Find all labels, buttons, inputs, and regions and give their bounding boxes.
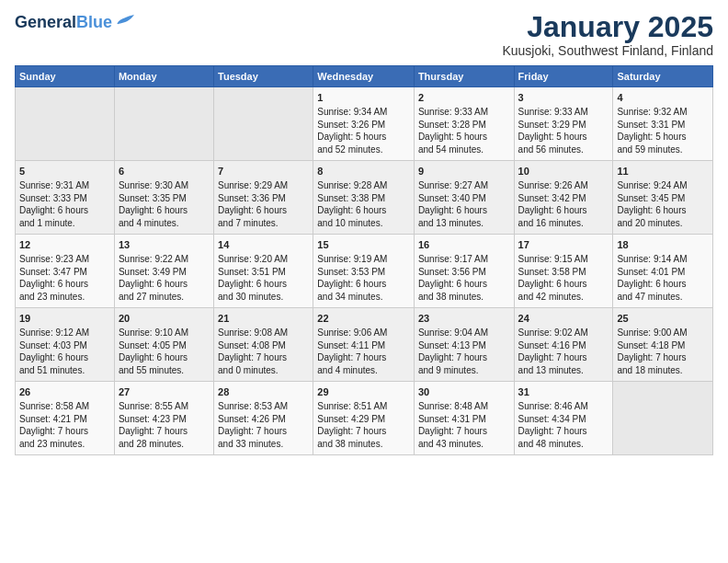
day-info: Sunset: 4:13 PM (418, 339, 510, 352)
calendar-cell: 28Sunrise: 8:53 AMSunset: 4:26 PMDayligh… (214, 382, 313, 455)
day-info: and 4 minutes. (317, 364, 410, 377)
day-info: Sunset: 3:51 PM (218, 266, 309, 279)
weekday-header-wednesday: Wednesday (313, 66, 415, 87)
day-number: 8 (317, 165, 410, 178)
day-info: Sunrise: 9:17 AM (418, 253, 510, 266)
header: GeneralBlue January 2025 Kuusjoki, South… (15, 11, 713, 58)
calendar-week-row: 19Sunrise: 9:12 AMSunset: 4:03 PMDayligh… (16, 308, 713, 382)
day-number: 20 (119, 312, 210, 326)
calendar-cell: 16Sunrise: 9:17 AMSunset: 3:56 PMDayligh… (414, 235, 514, 308)
day-number: 29 (317, 385, 410, 399)
day-number: 17 (518, 238, 609, 252)
calendar-cell: 7Sunrise: 9:29 AMSunset: 3:36 PMDaylight… (214, 161, 313, 235)
day-info: Daylight: 6 hours (218, 278, 309, 291)
day-info: Sunrise: 9:28 AM (317, 179, 410, 192)
day-number: 30 (418, 385, 510, 399)
day-info: and 13 minutes. (418, 217, 510, 230)
day-number: 6 (119, 165, 210, 178)
day-info: and 7 minutes. (218, 217, 309, 230)
calendar-cell: 10Sunrise: 9:26 AMSunset: 3:42 PMDayligh… (514, 161, 613, 235)
day-info: and 10 minutes. (317, 217, 410, 230)
day-info: Daylight: 6 hours (617, 204, 709, 217)
day-info: Daylight: 5 hours (418, 131, 510, 144)
day-number: 23 (418, 312, 510, 326)
calendar-cell: 1Sunrise: 9:34 AMSunset: 3:26 PMDaylight… (313, 87, 415, 161)
day-info: Sunset: 3:42 PM (518, 192, 609, 205)
day-info: Sunrise: 9:32 AM (617, 106, 709, 119)
day-info: Sunset: 3:38 PM (317, 192, 410, 205)
day-info: Daylight: 6 hours (317, 204, 410, 217)
day-info: and 28 minutes. (119, 438, 210, 451)
day-info: Daylight: 6 hours (19, 351, 110, 364)
day-info: and 43 minutes. (418, 438, 510, 451)
day-info: Sunrise: 9:31 AM (19, 179, 110, 192)
day-info: Sunset: 4:05 PM (119, 339, 210, 352)
day-info: Sunrise: 8:51 AM (317, 400, 410, 413)
calendar-cell: 23Sunrise: 9:04 AMSunset: 4:13 PMDayligh… (414, 308, 514, 382)
day-info: Sunrise: 9:10 AM (119, 327, 210, 339)
day-info: Daylight: 6 hours (418, 204, 510, 217)
logo-bird-icon (116, 11, 136, 32)
day-info: Sunrise: 9:19 AM (317, 253, 410, 266)
day-info: Sunrise: 9:33 AM (518, 106, 609, 119)
day-info: and 48 minutes. (518, 438, 609, 451)
day-info: Sunrise: 9:12 AM (19, 327, 110, 339)
day-info: Sunset: 4:01 PM (617, 266, 709, 279)
day-info: Sunset: 4:23 PM (119, 413, 210, 426)
calendar-cell: 24Sunrise: 9:02 AMSunset: 4:16 PMDayligh… (514, 308, 613, 382)
calendar-cell: 19Sunrise: 9:12 AMSunset: 4:03 PMDayligh… (16, 308, 115, 382)
day-number: 14 (218, 238, 309, 252)
calendar-cell: 29Sunrise: 8:51 AMSunset: 4:29 PMDayligh… (313, 382, 415, 455)
calendar-cell (214, 87, 313, 161)
day-info: and 20 minutes. (617, 217, 709, 230)
day-info: Sunset: 3:31 PM (617, 119, 709, 132)
day-number: 11 (617, 165, 709, 178)
day-info: Daylight: 5 hours (518, 131, 609, 144)
page-container: GeneralBlue January 2025 Kuusjoki, South… (0, 0, 728, 463)
calendar-cell: 22Sunrise: 9:06 AMSunset: 4:11 PMDayligh… (313, 308, 415, 382)
day-info: Daylight: 6 hours (418, 278, 510, 291)
day-info: Daylight: 6 hours (218, 204, 309, 217)
day-info: Daylight: 5 hours (317, 131, 410, 144)
day-info: Sunset: 3:28 PM (418, 119, 510, 132)
day-info: Sunset: 4:08 PM (218, 339, 309, 352)
day-info: Sunset: 4:31 PM (418, 413, 510, 426)
day-number: 2 (418, 91, 510, 105)
day-info: Sunset: 4:21 PM (19, 413, 110, 426)
weekday-header-sunday: Sunday (16, 66, 115, 87)
day-info: Sunrise: 8:46 AM (518, 400, 609, 413)
weekday-header-tuesday: Tuesday (214, 66, 313, 87)
day-info: Sunset: 3:35 PM (119, 192, 210, 205)
day-info: Daylight: 6 hours (518, 278, 609, 291)
day-info: Daylight: 6 hours (19, 278, 110, 291)
day-info: and 34 minutes. (317, 291, 410, 304)
calendar-cell (16, 87, 115, 161)
day-info: Sunrise: 8:53 AM (218, 400, 309, 413)
day-info: and 56 minutes. (518, 144, 609, 156)
calendar-cell: 27Sunrise: 8:55 AMSunset: 4:23 PMDayligh… (114, 382, 213, 455)
weekday-header-saturday: Saturday (613, 66, 713, 87)
day-info: Daylight: 6 hours (119, 351, 210, 364)
day-number: 16 (418, 238, 510, 252)
month-title: January 2025 (502, 11, 713, 43)
day-info: Sunrise: 8:58 AM (19, 400, 110, 413)
day-number: 7 (218, 165, 309, 178)
day-info: and 0 minutes. (218, 364, 309, 377)
day-info: and 54 minutes. (418, 144, 510, 156)
day-info: and 9 minutes. (418, 364, 510, 377)
day-number: 1 (317, 91, 410, 105)
calendar-week-row: 12Sunrise: 9:23 AMSunset: 3:47 PMDayligh… (16, 235, 713, 308)
day-info: Sunrise: 8:48 AM (418, 400, 510, 413)
calendar-cell (114, 87, 213, 161)
day-info: Sunrise: 9:34 AM (317, 106, 410, 119)
day-info: Sunrise: 8:55 AM (119, 400, 210, 413)
day-info: Sunset: 3:40 PM (418, 192, 510, 205)
calendar-cell: 9Sunrise: 9:27 AMSunset: 3:40 PMDaylight… (414, 161, 514, 235)
logo-general: General (15, 13, 76, 31)
calendar-cell: 21Sunrise: 9:08 AMSunset: 4:08 PMDayligh… (214, 308, 313, 382)
day-info: and 51 minutes. (19, 364, 110, 377)
calendar-cell: 6Sunrise: 9:30 AMSunset: 3:35 PMDaylight… (114, 161, 213, 235)
day-info: Daylight: 6 hours (119, 204, 210, 217)
logo: GeneralBlue (15, 11, 136, 32)
day-info: Sunrise: 9:22 AM (119, 253, 210, 266)
